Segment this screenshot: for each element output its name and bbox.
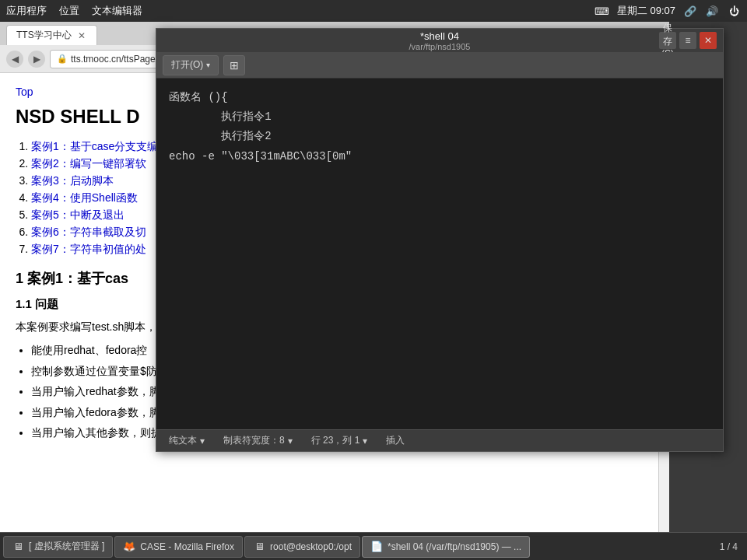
nav-link-4[interactable]: 案例4：使用Shell函数 [31,191,138,204]
editor-subtitle: /var/ftp/nsd1905 [409,42,471,51]
code-line-2: 执行指令1 [169,107,710,127]
cursor-position: 行 23，列 1 ▾ [311,434,368,447]
terminal-icon: 🖥 [253,541,265,553]
editor-open-button[interactable]: 打开(O) ▾ [163,55,219,75]
nav-link-6[interactable]: 案例6：字符串截取及切 [31,226,146,238]
taskbar: 🖥 [ 虚拟系统管理器 ] 🦊 CASE - Mozilla Firefox 🖥… [0,532,747,560]
editor-close-button[interactable]: ✕ [700,32,717,49]
power-icon: ⏻ [727,4,741,18]
taskbar-item-vm[interactable]: 🖥 [ 虚拟系统管理器 ] [3,536,113,558]
apps-menu[interactable]: 应用程序 [6,4,47,18]
forward-button[interactable]: ▶ [28,51,45,68]
taskbar-item-editor[interactable]: 📄 *shell 04 (/var/ftp/nsd1905) — ... [362,536,530,558]
editor-special-button[interactable]: ⊞ [223,55,245,75]
keyboard-icon: ⌨ [595,4,609,18]
code-line-5: echo -e "\033[31mABC\033[0m" [169,147,710,166]
taskbar-firefox-label: CASE - Mozilla Firefox [140,541,234,552]
network-icon: 🔗 [683,4,697,18]
tab-width-selector[interactable]: 制表符宽度：8 ▾ [223,434,293,447]
nav-link-2[interactable]: 案例2：编写一键部署软 [31,157,146,170]
lock-icon: 🔒 [57,54,68,64]
nav-link-1[interactable]: 案例1：基于case分支支编 [31,140,158,152]
text-type-selector[interactable]: 纯文本 ▾ [169,434,205,447]
position-menu[interactable]: 位置 [59,4,79,18]
taskbar-editor-label: *shell 04 (/var/ftp/nsd1905) — ... [388,541,521,552]
taskbar-vm-label: [ 虚拟系统管理器 ] [29,540,104,553]
insert-mode: 插入 [386,434,405,447]
dropdown-arrow-icon: ▾ [206,61,210,69]
nav-link-3[interactable]: 案例3：启动脚本 [31,174,114,187]
cursor-dropdown-icon: ▾ [363,436,367,446]
editor-statusbar: 纯文本 ▾ 制表符宽度：8 ▾ 行 23，列 1 ▾ 插入 [156,429,723,451]
tab-close-button[interactable]: ✕ [76,30,87,41]
back-button[interactable]: ◀ [6,51,23,68]
text-type-dropdown-icon: ▾ [200,436,205,446]
vm-icon: 🖥 [12,541,24,553]
browser-tab-title: TTS学习中心 [16,29,72,42]
editor-titlebar: *shell 04 /var/ftp/nsd1905 保存(S) ≡ ✕ [156,29,723,52]
datetime-display: 星期二 09:07 [617,4,675,18]
taskbar-terminal-label: root@desktop0:/opt [270,541,352,552]
system-bar-left: 应用程序 位置 文本编辑器 [6,4,142,18]
taskbar-item-firefox[interactable]: 🦊 CASE - Mozilla Firefox [114,536,243,558]
editor-icon: 📄 [370,541,383,553]
editor-toolbar: 打开(O) ▾ ⊞ [156,52,723,79]
system-bar: 应用程序 位置 文本编辑器 ⌨ 星期二 09:07 🔗 🔊 ⏻ [0,0,747,22]
taskbar-page-indicator: 1 / 4 [720,541,744,552]
editor-code-area[interactable]: 函数名 (){ 执行指令1 执行指令2echo -e "\033[31mABC\… [156,79,723,429]
code-line-3: 执行指令2 [169,127,710,146]
firefox-icon: 🦊 [123,541,135,553]
editor-window-buttons: 保存(S) ≡ ✕ [659,32,717,49]
editor-menu[interactable]: 文本编辑器 [92,4,142,18]
editor-title: *shell 04 [420,30,459,42]
code-line-1: 函数名 (){ [169,88,710,107]
nav-link-7[interactable]: 案例7：字符串初值的处 [31,243,146,255]
editor-window: *shell 04 /var/ftp/nsd1905 保存(S) ≡ ✕ 打开(… [156,28,724,452]
editor-menu-button[interactable]: ≡ [679,32,696,49]
editor-titlebar-center: *shell 04 /var/ftp/nsd1905 [409,30,471,51]
editor-save-button[interactable]: 保存(S) [659,32,676,49]
taskbar-item-terminal[interactable]: 🖥 root@desktop0:/opt [244,536,360,558]
system-bar-right: ⌨ 星期二 09:07 🔗 🔊 ⏻ [595,4,741,18]
url-text: tts.tmooc.cn/ttsPage/L [71,54,163,65]
nav-link-5[interactable]: 案例5：中断及退出 [31,208,124,221]
browser-tab[interactable]: TTS学习中心 ✕ [6,25,97,45]
volume-icon: 🔊 [705,4,719,18]
tab-width-dropdown-icon: ▾ [288,436,293,446]
